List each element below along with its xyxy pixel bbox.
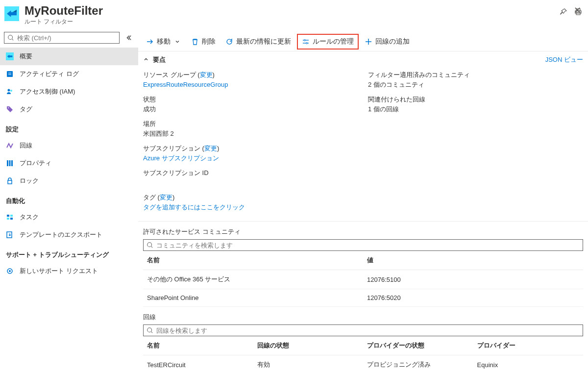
manage-rules-button[interactable]: ルールの管理 — [297, 34, 359, 50]
support-icon — [6, 267, 14, 275]
svg-rect-14 — [9, 160, 11, 166]
circuit-icon — [6, 142, 14, 150]
sidebar-item-export-template[interactable]: テンプレートのエクスポート — [0, 226, 138, 244]
tasks-icon — [6, 213, 14, 221]
cell-provider-state: プロビジョニング済み — [363, 355, 473, 374]
col-name[interactable]: 名前 — [143, 336, 253, 355]
location-value: 米国西部 2 — [143, 129, 358, 139]
activity-log-icon — [6, 70, 14, 78]
sidebar-item-properties[interactable]: プロパティ — [0, 154, 138, 172]
svg-rect-21 — [7, 232, 12, 238]
col-state[interactable]: 回線の状態 — [253, 336, 364, 355]
resource-type-label: ルート フィルター — [24, 18, 551, 26]
circuits-table: 名前 回線の状態 プロバイダーの状態 プロバイダー TestERCircuit有… — [143, 336, 583, 374]
sidebar-item-label: ロック — [20, 176, 39, 185]
circuits-filter-input[interactable] — [153, 327, 580, 334]
essentials-toggle[interactable]: 要点 JSON ビュー — [138, 51, 588, 68]
properties-icon — [6, 159, 14, 167]
communities-filter-input[interactable] — [153, 242, 580, 249]
svg-point-27 — [306, 42, 308, 44]
add-tags-link[interactable]: タグを追加するにはここをクリック — [143, 203, 245, 211]
collapse-sidebar-button[interactable] — [122, 32, 134, 44]
sidebar-item-label: プロパティ — [20, 159, 51, 168]
sidebar-item-activity-log[interactable]: アクティビティ ログ — [0, 65, 138, 83]
refresh-button[interactable]: 最新の情報に更新 — [221, 34, 295, 50]
sidebar-search-input[interactable] — [14, 34, 116, 42]
route-filter-icon — [6, 52, 14, 60]
col-value[interactable]: 値 — [363, 251, 583, 270]
communities-count: 2 個のコミュニティ — [368, 80, 583, 90]
circuits-title: 回線 — [143, 313, 583, 322]
col-provider-state[interactable]: プロバイダーの状態 — [363, 336, 473, 355]
sidebar-section-settings: 設定 — [0, 118, 138, 137]
sidebar-item-iam[interactable]: アクセス制御 (IAM) — [0, 83, 138, 100]
sidebar-section-support: サポート + トラブルシューティング — [0, 244, 138, 262]
circuits-filter[interactable] — [143, 324, 583, 336]
col-provider[interactable]: プロバイダー — [473, 336, 584, 355]
svg-point-28 — [147, 243, 152, 247]
cell-name: その他の Office 365 サービス — [143, 270, 363, 289]
state-value: 成功 — [143, 104, 358, 114]
json-view-link[interactable]: JSON ビュー — [545, 55, 583, 64]
subscription-id-value — [143, 178, 358, 188]
circuits-section: 回線 名前 回線の状態 プロバイダーの状態 プロバイダー TestERCircu… — [138, 307, 588, 374]
table-row[interactable]: SharePoint Online12076:5020 — [143, 289, 583, 307]
export-template-icon — [6, 231, 14, 239]
change-rg-link[interactable]: 変更 — [200, 71, 213, 78]
svg-point-10 — [8, 89, 10, 92]
sidebar-item-locks[interactable]: ロック — [0, 172, 138, 190]
change-sub-link[interactable]: 変更 — [204, 145, 217, 152]
sidebar-item-support-request[interactable]: 新しいサポート リクエスト — [0, 262, 138, 280]
communities-filter[interactable] — [143, 239, 583, 251]
table-row[interactable]: その他の Office 365 サービス12076:5100 — [143, 270, 583, 289]
trash-icon — [191, 38, 199, 46]
svg-rect-13 — [7, 160, 8, 166]
communities-table: 名前 値 その他の Office 365 サービス12076:5100Share… — [143, 251, 583, 307]
svg-line-5 — [12, 39, 14, 41]
add-circuit-button[interactable]: 回線の追加 — [361, 34, 414, 50]
svg-rect-17 — [7, 215, 9, 217]
circuits-count: 1 個の回線 — [368, 104, 583, 114]
chevron-down-icon — [173, 38, 181, 46]
tag-icon — [6, 105, 14, 113]
pin-icon[interactable] — [560, 8, 567, 16]
svg-line-31 — [151, 332, 153, 333]
sidebar-item-circuits[interactable]: 回線 — [0, 137, 138, 154]
sidebar-item-overview[interactable]: 概要 — [0, 48, 138, 65]
resource-group-link[interactable]: ExpressRouteResourceGroup — [143, 81, 228, 88]
sidebar-item-tasks[interactable]: タスク — [0, 208, 138, 226]
page-header: MyRouteFilter ルート フィルター ✕ — [0, 0, 588, 32]
svg-rect-18 — [10, 215, 13, 217]
cell-state: 有効 — [253, 355, 364, 374]
page-title: MyRouteFilter — [24, 4, 551, 18]
move-button[interactable]: 移動 — [142, 34, 185, 50]
sidebar-item-tags[interactable]: タグ — [0, 100, 138, 118]
arrow-right-icon — [146, 38, 154, 46]
sidebar-item-label: タグ — [20, 105, 32, 114]
svg-rect-20 — [10, 218, 13, 220]
cell-name: SharePoint Online — [143, 289, 363, 307]
col-name[interactable]: 名前 — [143, 251, 363, 270]
svg-point-23 — [9, 270, 11, 272]
search-icon — [147, 327, 153, 334]
delete-button[interactable]: 削除 — [187, 34, 220, 50]
access-control-icon — [6, 88, 14, 96]
svg-point-4 — [8, 35, 13, 40]
main-content: 移動 削除 最新の情報に更新 ルールの管理 回線の追加 要点 — [138, 32, 588, 374]
sidebar-item-label: アクセス制御 (IAM) — [20, 87, 75, 96]
svg-point-25 — [304, 39, 306, 41]
sidebar-item-label: 概要 — [20, 52, 32, 61]
lock-icon — [6, 177, 14, 185]
subscription-link[interactable]: Azure サブスクリプション — [143, 154, 219, 162]
essentials-body: リソース グループ (変更) ExpressRouteResourceGroup… — [138, 68, 588, 222]
sidebar-item-label: 回線 — [20, 141, 32, 150]
svg-rect-16 — [8, 180, 12, 184]
search-icon — [7, 34, 14, 41]
table-row[interactable]: TestERCircuit有効プロビジョニング済みEquinix — [143, 355, 583, 374]
change-tags-link[interactable]: 変更 — [160, 194, 172, 201]
sidebar-item-label: テンプレートのエクスポート — [20, 230, 102, 239]
close-button[interactable]: ✕ — [574, 5, 581, 16]
svg-rect-19 — [7, 218, 9, 220]
sidebar-search[interactable] — [4, 32, 120, 44]
communities-title: 許可されたサービス コミュニティ — [143, 227, 583, 236]
